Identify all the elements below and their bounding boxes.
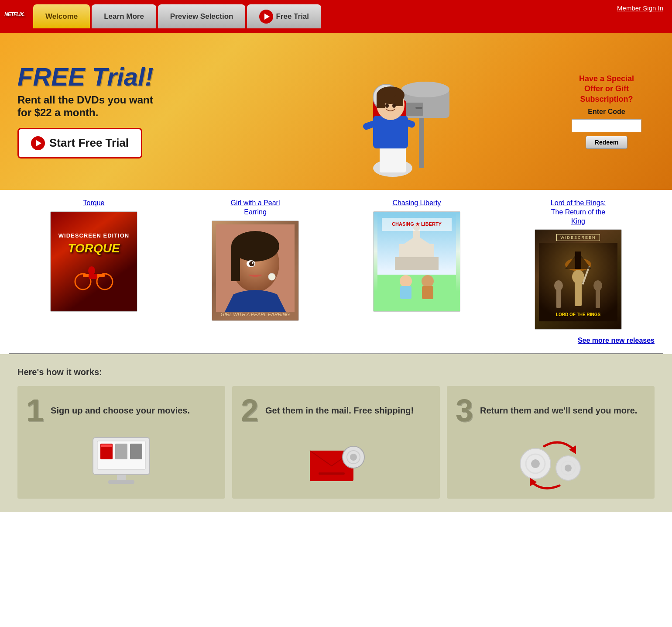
redeem-button[interactable]: Redeem <box>586 136 627 149</box>
svg-rect-39 <box>395 257 439 270</box>
tab-learn-more[interactable]: Learn More <box>92 4 156 28</box>
svg-rect-4 <box>415 107 422 109</box>
mailbox-icon <box>297 433 375 490</box>
member-signin-link[interactable]: Member Sign In <box>617 4 663 12</box>
svg-point-69 <box>350 454 357 461</box>
svg-rect-16 <box>394 95 403 106</box>
svg-rect-52 <box>556 289 561 308</box>
svg-point-55 <box>593 280 602 291</box>
svg-rect-63 <box>130 444 142 459</box>
tab-free-trial[interactable]: Free Trial <box>247 4 321 28</box>
svg-point-50 <box>572 270 584 284</box>
movie-title-link-torque[interactable]: Torque <box>83 199 105 208</box>
svg-point-18 <box>392 103 396 108</box>
special-offer-text: Have a SpecialOffer or GiftSubscription? <box>579 74 634 104</box>
svg-rect-42 <box>400 286 411 299</box>
step-1-number: 1 <box>26 395 44 426</box>
movies-grid: Torque WIDESCREEN EDITION TORQUE <box>17 199 655 330</box>
svg-rect-64 <box>101 444 112 447</box>
svg-text:CHASING ★ LIBERTY: CHASING ★ LIBERTY <box>392 221 442 227</box>
svg-point-31 <box>249 261 254 266</box>
svg-rect-3 <box>406 103 423 116</box>
promo-code-input[interactable] <box>572 119 641 132</box>
banner: FREE Trial! Rent all the DVDs you wantfo… <box>0 33 672 190</box>
movie-item-pearl: Girl with a PearlEarring <box>194 199 316 330</box>
step-2-box: 2 Get them in the mail. Free shipping! <box>232 386 440 499</box>
movie-cover-liberty[interactable]: CHASING ★ LIBERTY <box>373 211 460 312</box>
play-icon-btn <box>31 136 45 150</box>
how-it-works-section: Here's how it works: 1 Sign up and choos… <box>0 354 672 512</box>
movie-title-link-lotr[interactable]: Lord of the Rings:The Return of theKing <box>551 199 606 226</box>
step-3-text: Return them and we'll send you more. <box>480 405 637 416</box>
step-3-number: 3 <box>456 395 473 426</box>
svg-rect-62 <box>115 444 127 459</box>
step-1-box: 1 Sign up and choose your movies. <box>17 386 225 499</box>
svg-point-73 <box>531 459 540 468</box>
cycle-icon <box>511 433 590 490</box>
svg-rect-71 <box>319 472 345 475</box>
banner-lady-svg: NETFLIX <box>323 33 463 181</box>
svg-point-76 <box>565 465 572 472</box>
step-3-illustration <box>511 433 590 490</box>
svg-rect-44 <box>422 286 433 299</box>
see-more-link: See more new releases <box>17 337 655 345</box>
banner-title: FREE Trial! <box>17 64 227 90</box>
movie-cover-pearl[interactable]: GIRL WITH A PEARL EARRING <box>212 220 299 321</box>
tab-preview-selection[interactable]: Preview Selection <box>158 4 246 28</box>
svg-rect-15 <box>377 95 385 108</box>
banner-subtitle: Rent all the DVDs you wantfor $22 a mont… <box>17 94 227 119</box>
svg-rect-0 <box>419 111 424 168</box>
svg-rect-40 <box>377 275 456 310</box>
svg-rect-66 <box>108 480 134 484</box>
see-more-releases-link[interactable]: See more new releases <box>578 337 655 344</box>
step-1-text: Sign up and choose your movies. <box>51 405 190 416</box>
banner-right: Have a SpecialOffer or GiftSubscription?… <box>559 74 655 149</box>
svg-rect-57 <box>575 251 581 269</box>
step-2-illustration <box>297 433 375 490</box>
header: NETFLIX. Welcome Learn More Preview Sele… <box>0 0 672 33</box>
movie-item-torque: Torque WIDESCREEN EDITION TORQUE <box>33 199 155 330</box>
svg-point-17 <box>385 103 389 108</box>
nav-tabs: Welcome Learn More Preview Selection Fre… <box>33 4 321 28</box>
movie-item-lotr: Lord of the Rings:The Return of theKing … <box>517 199 639 330</box>
svg-text:LORD OF THE RINGS: LORD OF THE RINGS <box>556 312 601 317</box>
svg-rect-65 <box>117 475 126 481</box>
movie-title-link-pearl[interactable]: Girl with a PearlEarring <box>231 199 280 217</box>
movie-cover-torque[interactable]: WIDESCREEN EDITION TORQUE <box>50 211 137 312</box>
start-free-trial-button[interactable]: Start Free Trial <box>17 128 142 158</box>
step-2-number: 2 <box>241 395 258 426</box>
banner-left: FREE Trial! Rent all the DVDs you wantfo… <box>17 64 227 158</box>
movies-section: Torque WIDESCREEN EDITION TORQUE <box>0 190 672 353</box>
svg-point-41 <box>400 275 412 287</box>
banner-illustration: NETFLIX <box>227 41 559 181</box>
step-3-header: 3 Return them and we'll send you more. <box>456 395 646 426</box>
step-3-box: 3 Return them and we'll send you more. <box>447 386 655 499</box>
computer-icon <box>82 433 161 490</box>
movie-item-liberty: Chasing Liberty <box>356 199 478 330</box>
svg-rect-29 <box>231 246 240 281</box>
step-2-text: Get them in the mail. Free shipping! <box>265 405 414 416</box>
svg-point-32 <box>252 262 254 264</box>
step-2-header: 2 Get them in the mail. Free shipping! <box>241 395 431 426</box>
svg-rect-54 <box>596 289 600 308</box>
step-1-header: 1 Sign up and choose your movies. <box>26 395 216 426</box>
svg-point-33 <box>268 273 275 280</box>
tab-welcome[interactable]: Welcome <box>33 4 90 28</box>
play-icon <box>259 10 273 24</box>
step-1-illustration <box>82 433 161 490</box>
steps-grid: 1 Sign up and choose your movies. <box>17 386 655 499</box>
svg-rect-25 <box>89 274 97 279</box>
enter-code-label: Enter Code <box>588 108 625 116</box>
movie-title-link-liberty[interactable]: Chasing Liberty <box>392 199 441 208</box>
how-it-works-title: Here's how it works: <box>17 367 655 377</box>
svg-point-53 <box>554 280 563 291</box>
movie-cover-lotr[interactable]: WIDESCREEN <box>535 229 622 330</box>
svg-rect-11 <box>380 146 406 172</box>
svg-point-43 <box>422 275 434 287</box>
netflix-logo: NETFLIX. <box>4 10 24 24</box>
svg-point-2 <box>401 82 449 97</box>
